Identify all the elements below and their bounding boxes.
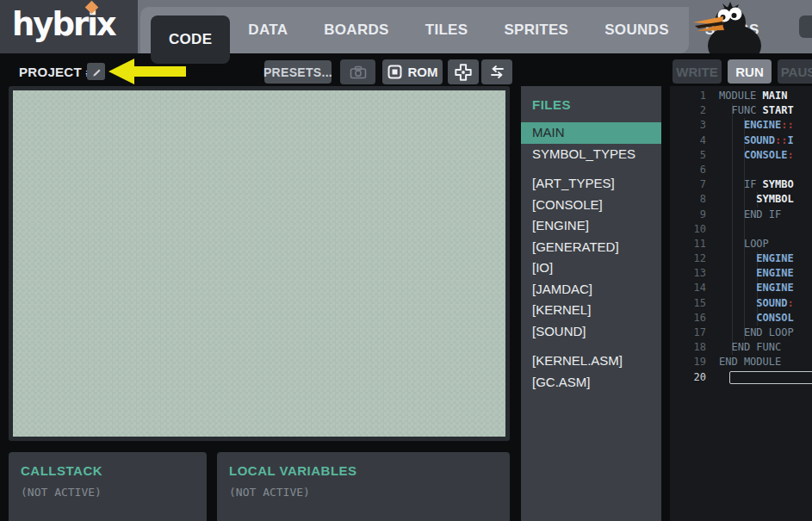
file-item[interactable]: [CONSOLE] — [521, 195, 661, 216]
code-text: MODULE MAIN — [719, 89, 787, 103]
edit-project-name-button[interactable] — [87, 63, 105, 80]
code-text: END IF — [719, 208, 781, 222]
code-line[interactable]: 20 — [670, 370, 812, 385]
code-text: LOOP — [719, 237, 769, 251]
gamepad-button[interactable] — [448, 59, 479, 84]
code-line[interactable]: 15 SOUND: — [670, 296, 812, 311]
line-number: 17 — [670, 326, 719, 340]
line-number: 16 — [670, 311, 719, 326]
code-line[interactable]: 16 CONSOL — [670, 311, 812, 326]
swap-arrows-icon — [489, 65, 505, 78]
code-line[interactable]: 19END MODULE — [670, 355, 812, 369]
line-number: 13 — [670, 266, 719, 281]
line-number: 11 — [670, 237, 719, 251]
code-line[interactable]: 3 ENGINE:: — [670, 118, 812, 133]
code-text: SOUND: — [719, 296, 794, 311]
file-item[interactable]: [KERNEL] — [521, 300, 661, 321]
code-line[interactable]: 11 LOOP — [670, 237, 812, 251]
line-number: 5 — [670, 148, 719, 163]
code-text: FUNC START — [719, 103, 794, 118]
pencil-icon — [91, 66, 102, 77]
line-number: 14 — [670, 281, 719, 295]
line-number: 3 — [670, 118, 719, 133]
logo-block: hybrix — [0, 0, 138, 53]
files-panel: FILES MAINSYMBOL_TYPES[ART_TYPES][CONSOL… — [521, 86, 661, 521]
file-item[interactable]: [GC.ASM] — [521, 372, 661, 394]
rom-button[interactable]: ROM — [382, 59, 443, 84]
tab-boards[interactable]: BOARDS — [306, 7, 406, 53]
line-number: 15 — [670, 296, 719, 311]
file-item[interactable]: [GENERATED] — [521, 237, 661, 258]
code-text: ENGINE:: — [719, 118, 794, 133]
gamepad-dpad-icon — [455, 64, 472, 81]
top-bar: hybrix CODEDATABOARDSTILESSPRITESSOUNDSS… — [0, 0, 812, 53]
code-line[interactable]: 6 — [670, 163, 812, 177]
file-item[interactable]: [IO] — [521, 257, 661, 279]
file-item[interactable]: [SOUND] — [521, 321, 661, 343]
files-panel-title: FILES — [521, 86, 661, 122]
code-line[interactable]: 2 FUNC START — [670, 103, 812, 118]
file-item[interactable]: [ENGINE] — [521, 215, 661, 237]
cursor-line-box — [729, 371, 812, 384]
line-number: 4 — [670, 133, 719, 148]
code-line[interactable]: 12 ENGINE — [670, 251, 812, 266]
indent-guide — [732, 163, 733, 177]
code-line[interactable]: 8 SYMBOL — [670, 192, 812, 207]
main-nav: CODEDATABOARDSTILESSPRITESSOUNDSSONGS — [140, 7, 689, 53]
file-item[interactable]: SYMBOL_TYPES — [521, 144, 661, 165]
file-item[interactable]: [JAMDAC] — [521, 279, 661, 301]
write-button[interactable]: WRITE — [673, 59, 722, 84]
run-button[interactable]: RUN — [728, 59, 772, 84]
local-variables-title: LOCAL VARIABLES — [229, 463, 498, 478]
tab-sounds[interactable]: SOUNDS — [586, 7, 687, 53]
line-number: 7 — [670, 177, 719, 192]
code-text: ENGINE — [719, 281, 794, 295]
indent-guide — [732, 222, 733, 237]
pause-button[interactable]: PAUSE — [778, 59, 812, 84]
tab-data[interactable]: DATA — [230, 7, 306, 53]
file-item[interactable]: [ART_TYPES] — [521, 173, 661, 195]
tab-tiles[interactable]: TILES — [407, 7, 487, 53]
toolbar: PROJECT #1 PRESETS... ROM — [0, 53, 812, 86]
presets-button[interactable]: PRESETS... — [264, 60, 332, 84]
callstack-status: (NOT ACTIVE) — [21, 486, 195, 499]
code-line[interactable]: 17 END LOOP — [670, 326, 812, 340]
code-line[interactable]: 10 — [670, 222, 812, 237]
tab-sprites[interactable]: SPRITES — [486, 7, 586, 53]
file-list: MAINSYMBOL_TYPES[ART_TYPES][CONSOLE][ENG… — [521, 122, 661, 393]
line-number: 18 — [670, 340, 719, 355]
line-number: 1 — [670, 89, 719, 103]
screenshot-button[interactable] — [340, 59, 375, 84]
callstack-title: CALLSTACK — [21, 463, 195, 478]
file-item[interactable]: [KERNEL.ASM] — [521, 350, 661, 372]
code-line[interactable]: 14 ENGINE — [670, 281, 812, 295]
code-line[interactable]: 18 END FUNC — [670, 340, 812, 355]
code-line[interactable]: 9 END IF — [670, 208, 812, 222]
line-number: 19 — [670, 355, 719, 369]
file-item[interactable]: MAIN — [521, 122, 661, 144]
code-line[interactable]: 5 CONSOLE: — [670, 148, 812, 163]
line-number: 8 — [670, 192, 719, 207]
callstack-panel: CALLSTACK (NOT ACTIVE) — [9, 452, 207, 521]
code-text: END MODULE — [719, 355, 781, 369]
rom-button-label: ROM — [408, 65, 438, 79]
transfer-button[interactable] — [481, 59, 512, 84]
app-logo: hybrix — [12, 6, 115, 43]
code-line[interactable]: 1MODULE MAIN — [670, 89, 812, 103]
annotation-arrow-icon — [108, 57, 188, 86]
game-screen-canvas[interactable] — [9, 86, 510, 441]
code-line[interactable]: 13 ENGINE — [670, 266, 812, 281]
line-number: 2 — [670, 103, 719, 118]
code-line[interactable]: 4 SOUND::I — [670, 133, 812, 148]
line-number: 6 — [670, 163, 719, 177]
line-number: 20 — [670, 370, 719, 385]
code-text: IF SYMBO — [719, 177, 794, 192]
code-editor[interactable]: 1MODULE MAIN2 FUNC START3 ENGINE::4 SOUN… — [670, 86, 812, 521]
crow-mascot-icon — [683, 1, 766, 53]
nav-overflow-partial[interactable] — [799, 16, 812, 38]
line-number: 10 — [670, 222, 719, 237]
code-text: SYMBOL — [719, 192, 794, 207]
code-line[interactable]: 7 IF SYMBO — [670, 177, 812, 192]
code-text: CONSOL — [719, 311, 794, 326]
indent-guide — [744, 163, 745, 177]
